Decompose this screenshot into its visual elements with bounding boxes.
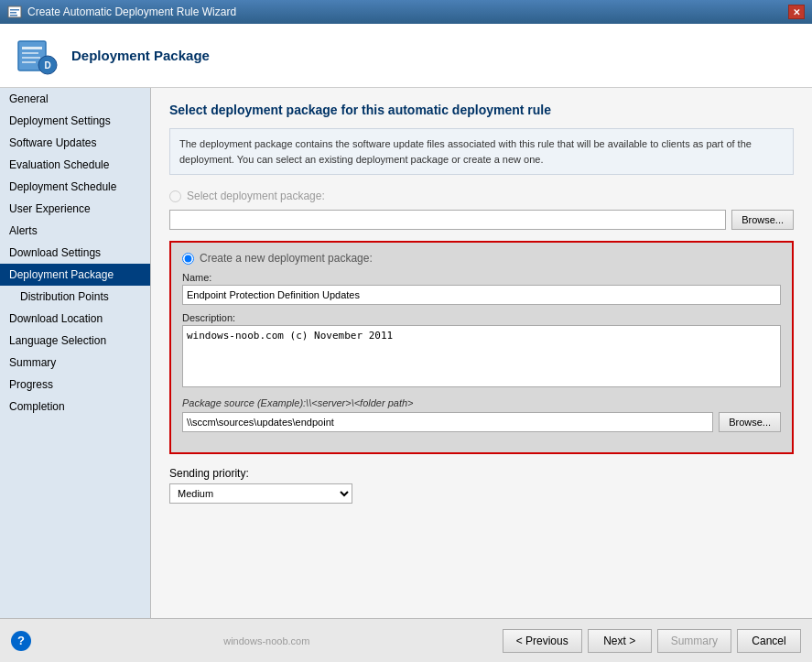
create-package-label: Create a new deployment package: (200, 252, 373, 265)
description-wrapper: windows-noob.com (c) November 2011 (182, 325, 781, 390)
create-package-option-row: Create a new deployment package: (182, 252, 781, 265)
select-package-browse-row: Browse... (169, 210, 794, 230)
package-source-label: Package source (Example):\\<server>\<fol… (182, 397, 781, 408)
sidebar-item-summary[interactable]: Summary (0, 352, 150, 374)
description-label: Description: (182, 312, 781, 323)
title-bar-text: Create Automatic Deployment Rule Wizard (27, 5, 236, 18)
summary-button[interactable]: Summary (657, 629, 731, 653)
close-button[interactable]: ✕ (788, 5, 805, 19)
package-source-browse-button[interactable]: Browse... (719, 412, 781, 432)
wizard-body: General Deployment Settings Software Upd… (0, 88, 812, 618)
sidebar-item-distribution-points[interactable]: Distribution Points (0, 286, 150, 308)
header-title: Deployment Package (71, 48, 210, 63)
sidebar-item-deployment-settings[interactable]: Deployment Settings (0, 110, 150, 132)
svg-rect-2 (10, 12, 16, 14)
svg-text:D: D (44, 60, 50, 71)
select-package-option-row: Select deployment package: (169, 190, 794, 202)
previous-button[interactable]: < Previous (503, 629, 582, 653)
wizard-header: D Deployment Package (0, 24, 812, 88)
svg-rect-8 (22, 61, 36, 63)
name-input[interactable] (182, 285, 781, 305)
sidebar-item-evaluation-schedule[interactable]: Evaluation Schedule (0, 154, 150, 176)
sidebar-item-completion[interactable]: Completion (0, 396, 150, 418)
description-textarea[interactable]: windows-noob.com (c) November 2011 (182, 325, 781, 387)
svg-rect-1 (10, 9, 19, 11)
sidebar-item-language-selection[interactable]: Language Selection (0, 330, 150, 352)
content-description: The deployment package contains the soft… (169, 128, 794, 175)
footer-right: < Previous Next > Summary Cancel (503, 629, 801, 653)
sidebar-item-alerts[interactable]: Alerts (0, 220, 150, 242)
header-icon: D (15, 34, 59, 78)
select-package-radio[interactable] (169, 190, 181, 202)
sidebar-item-progress[interactable]: Progress (0, 374, 150, 396)
svg-rect-7 (22, 57, 40, 59)
select-package-label: Select deployment package: (187, 190, 325, 202)
priority-select-row: Low Medium High (169, 483, 794, 504)
select-package-browse-button[interactable]: Browse... (731, 210, 794, 230)
name-label: Name: (182, 272, 781, 283)
footer-left: ? (11, 631, 31, 651)
select-package-input (169, 210, 726, 230)
page-title: Select deployment package for this autom… (169, 103, 794, 117)
sidebar: General Deployment Settings Software Upd… (0, 88, 151, 618)
cancel-button[interactable]: Cancel (737, 629, 801, 653)
sending-priority-label: Sending priority: (169, 467, 794, 480)
package-source-input[interactable] (182, 412, 713, 432)
sidebar-item-user-experience[interactable]: User Experience (0, 198, 150, 220)
svg-rect-3 (10, 15, 17, 16)
create-package-radio[interactable] (182, 253, 194, 265)
sidebar-item-deployment-package[interactable]: Deployment Package (0, 264, 150, 286)
footer-watermark: windows-noob.com (31, 635, 503, 646)
sidebar-item-download-settings[interactable]: Download Settings (0, 242, 150, 264)
next-button[interactable]: Next > (588, 629, 652, 653)
sidebar-item-software-updates[interactable]: Software Updates (0, 132, 150, 154)
package-source-browse-row: Browse... (182, 412, 781, 432)
svg-rect-6 (22, 52, 38, 54)
sidebar-item-deployment-schedule[interactable]: Deployment Schedule (0, 176, 150, 198)
sidebar-item-general[interactable]: General (0, 88, 150, 110)
title-bar: Create Automatic Deployment Rule Wizard … (0, 0, 812, 24)
svg-rect-5 (22, 47, 42, 49)
help-button[interactable]: ? (11, 631, 31, 651)
content-area: Select deployment package for this autom… (151, 88, 812, 618)
sending-priority-section: Sending priority: Low Medium High (169, 467, 794, 504)
sidebar-item-download-location[interactable]: Download Location (0, 308, 150, 330)
priority-select[interactable]: Low Medium High (169, 483, 352, 504)
wizard-footer: ? windows-noob.com < Previous Next > Sum… (0, 618, 812, 662)
create-package-box: Create a new deployment package: Name: D… (169, 241, 794, 454)
wizard-title-icon (7, 5, 22, 19)
